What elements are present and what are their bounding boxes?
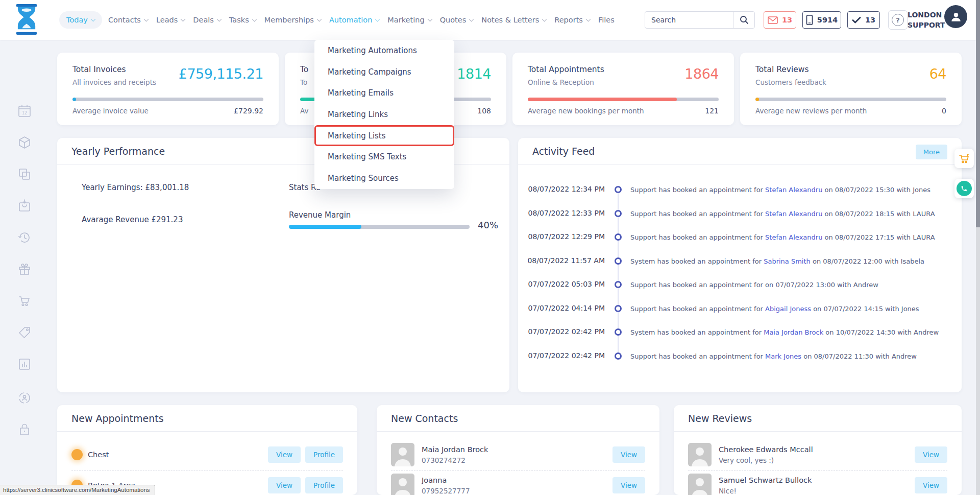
contact-name: Joanna <box>422 476 470 484</box>
contact-avatar <box>391 443 414 466</box>
nav-item-marketing[interactable]: Marketing <box>383 11 435 29</box>
calendar-icon[interactable]: 12 <box>17 104 32 118</box>
menu-item-marketing-sources[interactable]: Marketing Sources <box>314 168 454 189</box>
feed-entry-timestamp: 08/07/2022 12:29 PM <box>523 232 605 241</box>
nav-item-notes-letters[interactable]: Notes & Letters <box>477 11 550 29</box>
menu-item-marketing-campaigns[interactable]: Marketing Campaigns <box>314 61 454 83</box>
quick-cart-button[interactable] <box>954 149 974 168</box>
search-input[interactable] <box>645 16 733 24</box>
status-bar-link-url: https://server3.clinicsoftware.com/Marke… <box>0 485 155 495</box>
view-button[interactable]: View <box>268 477 301 493</box>
cart-icon[interactable] <box>17 294 32 308</box>
stat-card-footer-value: 0 <box>942 107 946 115</box>
new-reviews-panel: New Reviews Cherokee Edwards MccallVery … <box>674 405 962 495</box>
nav-item-leads[interactable]: Leads <box>152 11 189 29</box>
nav-item-memberships[interactable]: Memberships <box>260 11 325 29</box>
new-appointments-title: New Appointments <box>57 405 357 432</box>
history-icon[interactable] <box>17 230 32 245</box>
chevron-down-icon <box>143 16 149 21</box>
view-button[interactable]: View <box>612 446 645 463</box>
feed-entry-contact-link[interactable]: Mark Jones <box>765 352 801 360</box>
page-scrollbar-thumb[interactable] <box>976 0 980 227</box>
cart-icon <box>958 153 970 164</box>
user-avatar[interactable] <box>944 5 967 28</box>
contact-info: Joanna07952527777 <box>422 476 470 495</box>
list-item: Joanna07952527777View <box>391 471 645 495</box>
help-button[interactable]: ? <box>888 10 908 30</box>
automation-dropdown-menu: Marketing AutomationsMarketing Campaigns… <box>314 40 454 189</box>
duplicate-icon[interactable] <box>17 167 32 181</box>
menu-item-marketing-automations[interactable]: Marketing Automations <box>314 40 454 61</box>
new-contacts-panel: New Contacts Maia Jordan Brock0730274272… <box>377 405 659 495</box>
messages-badge-button[interactable]: 13 <box>764 11 796 29</box>
feed-entry-contact-link[interactable]: Maia Jordan Brock <box>764 328 823 336</box>
feed-entry-contact-link[interactable]: Stefan Alexandru <box>765 233 822 241</box>
activity-feed-title: Activity Feed <box>518 138 962 164</box>
chevron-down-icon <box>90 16 95 21</box>
view-button[interactable]: View <box>268 446 301 463</box>
nav-item-label: Notes & Letters <box>481 16 539 24</box>
stat-card-total-invoices: Total InvoicesAll invoices and receipts£… <box>57 53 279 125</box>
svg-text:12: 12 <box>22 111 27 115</box>
price-tag-icon[interactable] <box>17 325 32 340</box>
nav-item-reports[interactable]: Reports <box>550 11 594 29</box>
feed-entry-text-post: on 07/07/2022 13:00 with Andrew <box>765 281 878 289</box>
view-button[interactable]: View <box>915 446 947 463</box>
timeline-marker-icon <box>615 257 622 265</box>
menu-item-marketing-emails[interactable]: Marketing Emails <box>314 82 454 104</box>
search-icon <box>740 15 749 25</box>
feed-entry-text-pre: Support has booked an appointment for <box>630 210 765 218</box>
feed-entry-contact-link[interactable]: Sabrina Smith <box>764 257 811 265</box>
nav-item-automation[interactable]: Automation <box>325 11 383 29</box>
app-logo-hourglass[interactable] <box>13 4 40 35</box>
timeline-marker-icon <box>615 186 622 193</box>
support-icon[interactable] <box>17 391 32 405</box>
profile-button[interactable]: Profile <box>305 477 343 493</box>
orders-icon[interactable] <box>17 199 32 213</box>
calls-badge-button[interactable]: 5914 <box>802 11 841 29</box>
menu-item-marketing-sms-texts[interactable]: Marketing SMS Texts <box>314 146 454 168</box>
feed-entry: 07/07/2022 05:03 PMSupport has booked an… <box>518 274 962 295</box>
quick-call-button[interactable] <box>954 179 974 198</box>
stat-card-footer-label: Av <box>300 107 308 115</box>
left-sidebar: 12 <box>0 40 49 495</box>
review-comment: Very cool, yes :) <box>719 456 813 464</box>
products-icon[interactable] <box>17 135 32 150</box>
feed-entry-text-pre: Support has booked an appointment for <box>630 352 765 360</box>
search-box <box>645 11 755 29</box>
tasks-badge-button[interactable]: 13 <box>847 11 880 29</box>
nav-item-tasks[interactable]: Tasks <box>225 11 260 29</box>
search-button[interactable] <box>733 12 754 28</box>
nav-item-files[interactable]: Files <box>594 11 619 29</box>
feed-entry-text: Support has booked an appointment for Ab… <box>630 305 919 313</box>
lock-icon[interactable] <box>17 422 32 437</box>
menu-item-marketing-lists[interactable]: Marketing Lists <box>314 125 454 147</box>
gifts-icon[interactable] <box>17 262 32 276</box>
feed-entry: 07/07/2022 04:14 PMSupport has booked an… <box>518 298 962 319</box>
revenue-margin-bar <box>289 225 470 229</box>
view-button[interactable]: View <box>612 477 645 493</box>
stat-card-subtitle: All invoices and receipts <box>72 78 156 86</box>
activity-feed-more-button[interactable]: More <box>916 145 947 159</box>
nav-item-today[interactable]: Today <box>59 11 102 29</box>
nav-item-quotes[interactable]: Quotes <box>436 11 478 29</box>
contact-phone: 0730274272 <box>422 456 488 464</box>
feed-entry-contact-link[interactable]: Stefan Alexandru <box>765 186 822 194</box>
feed-entry-text: Support has booked an appointment for St… <box>630 233 935 241</box>
nav-item-contacts[interactable]: Contacts <box>104 11 152 29</box>
view-button[interactable]: View <box>915 477 947 493</box>
page-scrollbar-track[interactable] <box>976 0 980 495</box>
feed-entry-contact-link[interactable]: Abigail Joness <box>765 305 811 313</box>
stat-card-footer-label: Average new reviews per month <box>755 107 867 115</box>
stat-card-value: £759,115.21 <box>179 66 263 82</box>
feed-entry-contact-link[interactable]: Stefan Alexandru <box>765 210 822 218</box>
reports-icon[interactable] <box>17 357 32 371</box>
nav-item-label: Leads <box>156 16 178 24</box>
menu-item-marketing-links[interactable]: Marketing Links <box>314 104 454 125</box>
timeline-marker-icon <box>615 281 622 288</box>
nav-item-deals[interactable]: Deals <box>189 11 225 29</box>
new-appointments-panel: New Appointments ChestViewProfileBotox 1… <box>57 405 357 495</box>
profile-button[interactable]: Profile <box>305 446 343 463</box>
tasks-count: 13 <box>865 16 875 24</box>
feed-entry-text: Support has booked an appointment for St… <box>630 210 935 218</box>
